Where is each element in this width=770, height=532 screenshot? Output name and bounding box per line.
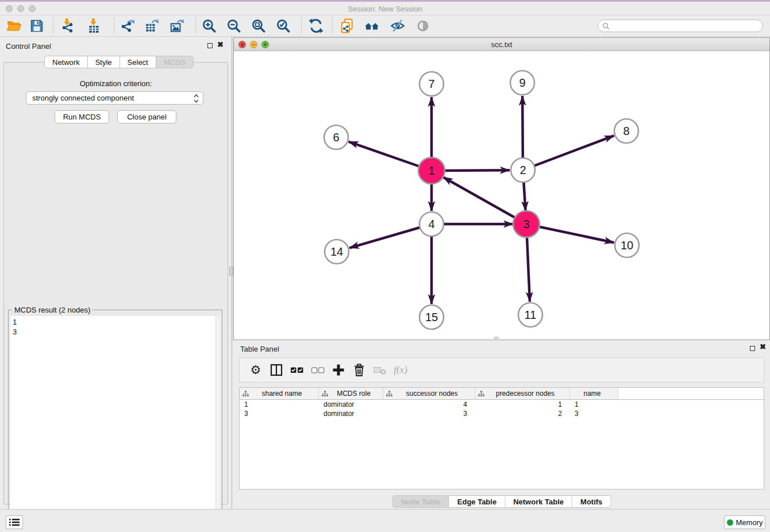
refresh-icon: [308, 18, 324, 34]
mcds-result-line: 1: [13, 317, 215, 327]
graph-node-label: 3: [523, 218, 529, 230]
zoom-in-button[interactable]: [199, 17, 220, 34]
delete-table-button[interactable]: [369, 361, 390, 379]
node-table-header: shared name MCDS role successor nodes pr…: [240, 388, 764, 400]
deselect-all-icon: [310, 363, 325, 377]
criterion-dropdown[interactable]: strongly connected component: [26, 91, 203, 105]
import-network-button[interactable]: [57, 17, 78, 34]
control-panel-close-button[interactable]: ✖: [217, 40, 224, 49]
graph-edge-2-8[interactable]: [523, 136, 614, 170]
delete-column-button[interactable]: [349, 361, 369, 379]
network-window-titlebar[interactable]: x – + scc.txt: [234, 38, 769, 51]
graph-node-label: 8: [623, 125, 629, 137]
refresh-button[interactable]: [306, 17, 326, 34]
search-field[interactable]: [598, 20, 763, 32]
tab-network[interactable]: Network: [44, 56, 88, 68]
columns-icon: [270, 363, 283, 377]
table-row[interactable]: 3 dominator 3 2 3: [240, 409, 764, 418]
function-builder-button[interactable]: f(x): [390, 361, 411, 379]
graph-node-label: 4: [428, 218, 434, 230]
graph-node-label: 9: [519, 76, 525, 89]
table-panel-title: Table Panel: [240, 345, 279, 353]
export-image-button[interactable]: [167, 17, 187, 34]
mcds-result-group: MCDS result (2 nodes) 1 3: [8, 310, 222, 530]
select-all-icon: [290, 363, 305, 377]
export-table-button[interactable]: [141, 17, 162, 34]
column-header-mcds-role[interactable]: MCDS role: [319, 388, 383, 399]
eye-button[interactable]: [413, 17, 433, 34]
mcds-result-list[interactable]: 1 3: [10, 316, 215, 528]
tab-select[interactable]: Select: [120, 56, 156, 68]
zoom-selected-button[interactable]: [273, 17, 294, 34]
table-row[interactable]: 1 dominator 4 1 1: [240, 400, 764, 409]
optimization-criterion-label: Optimization criterion:: [4, 79, 228, 88]
search-input[interactable]: [612, 22, 763, 30]
column-header-successor-nodes[interactable]: successor nodes: [383, 388, 475, 399]
save-session-button[interactable]: [26, 17, 47, 34]
tab-motifs[interactable]: Motifs: [572, 495, 611, 508]
panel-splitter-handle[interactable]: [229, 267, 233, 276]
graph-node-label: 11: [525, 309, 537, 321]
mcds-result-scrollbar[interactable]: [215, 316, 220, 528]
table-panel: Table Panel ✖ ⚙: [233, 340, 770, 509]
open-session-button[interactable]: [3, 17, 24, 34]
column-header-shared-name[interactable]: shared name: [240, 388, 319, 399]
clone-network-icon: [339, 18, 355, 34]
apply-layout-button[interactable]: [362, 17, 383, 34]
import-table-button[interactable]: [84, 17, 105, 34]
tab-mcds[interactable]: MCDS: [156, 56, 194, 68]
graph-node-label: 7: [428, 78, 434, 90]
close-panel-button[interactable]: Close panel: [117, 110, 176, 124]
main-toolbar: [0, 16, 770, 37]
eye-slash-icon: [390, 18, 406, 34]
window-resize-grip[interactable]: [494, 337, 499, 339]
column-header-predecessor-nodes[interactable]: predecessor nodes: [475, 388, 570, 399]
column-header-name[interactable]: name: [570, 388, 618, 399]
table-panel-close-button[interactable]: ✖: [760, 342, 766, 351]
hierarchy-icon: [322, 391, 328, 397]
hierarchy-icon: [478, 391, 484, 397]
task-history-button[interactable]: [6, 515, 23, 529]
fx-icon: f(x): [394, 364, 407, 376]
show-hide-graphics-button[interactable]: [387, 17, 408, 34]
add-column-button[interactable]: [328, 361, 349, 379]
hierarchy-icon: [242, 391, 249, 397]
window-top-strip: [0, 0, 770, 2]
export-network-button[interactable]: [117, 17, 138, 34]
criterion-value: strongly connected component: [32, 94, 134, 102]
memory-button[interactable]: Memory: [724, 515, 765, 529]
save-icon: [29, 18, 44, 33]
show-columns-button[interactable]: [266, 361, 287, 379]
table-panel-tabs: Node Table Edge Table Network Table Moti…: [392, 495, 611, 508]
tab-node-table[interactable]: Node Table: [392, 495, 449, 508]
eye-icon: [415, 18, 430, 33]
node-table: shared name MCDS role successor nodes pr…: [239, 387, 764, 489]
graph-edge-3-1[interactable]: [443, 177, 526, 224]
tab-network-table[interactable]: Network Table: [505, 495, 572, 508]
zoom-in-icon: [201, 18, 217, 34]
table-toolbar: ⚙: [239, 357, 764, 383]
graph-edge-4-14[interactable]: [349, 224, 432, 248]
toolbar-separator: [53, 18, 53, 34]
app-titlebar: Session: New Session: [0, 0, 770, 16]
control-panel-float-button[interactable]: [207, 43, 213, 48]
clone-network-button[interactable]: [337, 17, 357, 34]
zoom-selected-icon: [275, 18, 291, 34]
import-network-icon: [60, 18, 76, 34]
run-mcds-button[interactable]: Run MCDS: [55, 110, 109, 124]
zoom-fit-button[interactable]: [248, 17, 269, 34]
graph-node-label: 1: [428, 164, 434, 177]
export-network-icon: [120, 18, 136, 34]
hierarchy-icon: [386, 391, 392, 397]
graph-node-label: 10: [621, 239, 633, 252]
table-settings-button[interactable]: ⚙: [245, 361, 266, 379]
table-panel-float-button[interactable]: [750, 346, 755, 351]
zoom-out-button[interactable]: [224, 17, 244, 34]
graph-node-label: 2: [519, 164, 526, 176]
toolbar-separator: [301, 18, 302, 34]
deselect-all-button[interactable]: [307, 361, 328, 379]
tab-edge-table[interactable]: Edge Table: [449, 495, 505, 508]
network-canvas[interactable]: 7968124314101511: [234, 51, 769, 340]
select-all-button[interactable]: [287, 361, 307, 379]
tab-style[interactable]: Style: [88, 56, 120, 68]
